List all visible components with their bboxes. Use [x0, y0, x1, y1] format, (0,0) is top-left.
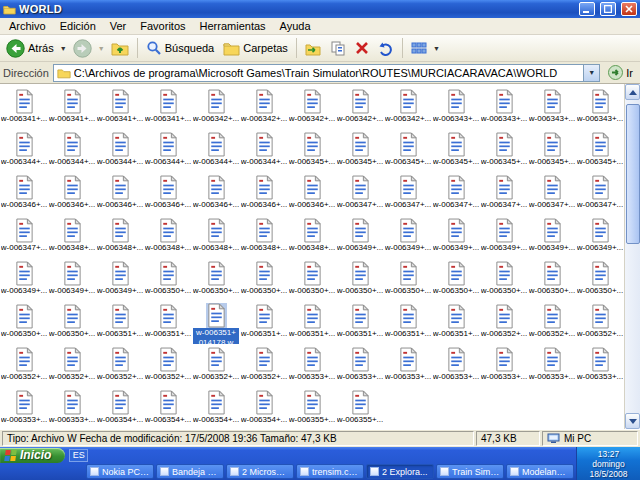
file-item[interactable]: w-006350+...: [528, 258, 576, 301]
file-item[interactable]: w-006347+...: [432, 172, 480, 215]
file-item[interactable]: w-006353+...: [336, 344, 384, 387]
file-item[interactable]: w-006343+...: [528, 86, 576, 129]
file-item[interactable]: w-006349+...: [432, 215, 480, 258]
file-item[interactable]: w-006347+...: [336, 172, 384, 215]
file-item[interactable]: w-006352+...: [0, 344, 48, 387]
file-item[interactable]: w-006345+...: [432, 129, 480, 172]
file-item[interactable]: w-006347+...: [480, 172, 528, 215]
views-button[interactable]: [407, 36, 431, 60]
taskbar-button[interactable]: trensim.com...: [296, 464, 364, 479]
file-item[interactable]: w-006347+...: [384, 172, 432, 215]
file-item[interactable]: w-006344+...: [48, 129, 96, 172]
go-button[interactable]: Ir: [604, 63, 637, 83]
file-item[interactable]: w-006348+...: [240, 215, 288, 258]
file-item[interactable]: w-006347+...: [528, 172, 576, 215]
file-item[interactable]: w-006352+...: [48, 344, 96, 387]
scroll-up-button[interactable]: [625, 84, 640, 100]
menu-item-ver[interactable]: Ver: [103, 19, 134, 33]
file-item[interactable]: w-006344+...: [96, 129, 144, 172]
menu-item-archivo[interactable]: Archivo: [2, 19, 53, 33]
file-item[interactable]: w-006345+...: [576, 129, 624, 172]
file-item[interactable]: w-006353+...: [0, 387, 48, 429]
file-item[interactable]: w-006353+...: [432, 344, 480, 387]
file-item[interactable]: w-006348+...: [144, 215, 192, 258]
language-indicator[interactable]: ES: [69, 449, 88, 462]
file-item[interactable]: w-006342+...: [240, 86, 288, 129]
file-item[interactable]: w-006350+...: [0, 301, 48, 344]
file-item[interactable]: w-006342+...: [192, 86, 240, 129]
file-item[interactable]: w-006346+...: [48, 172, 96, 215]
file-item[interactable]: w-006351+...: [144, 301, 192, 344]
file-item[interactable]: w-006354+...: [96, 387, 144, 429]
vertical-scrollbar[interactable]: [624, 84, 640, 429]
search-button[interactable]: Búsqueda: [142, 36, 219, 60]
file-item[interactable]: w-006353+...: [528, 344, 576, 387]
menu-item-favoritos[interactable]: Favoritos: [133, 19, 192, 33]
file-item[interactable]: w-006352+...: [144, 344, 192, 387]
file-item[interactable]: w-006346+...: [144, 172, 192, 215]
file-item[interactable]: w-006346+...: [0, 172, 48, 215]
address-dropdown-button[interactable]: ▼: [583, 65, 599, 81]
minimize-button[interactable]: [579, 2, 595, 16]
taskbar-button[interactable]: 2 Explora...: [366, 464, 434, 479]
maximize-button[interactable]: [600, 2, 616, 16]
file-item[interactable]: w-006347+...: [576, 172, 624, 215]
file-item[interactable]: w-006348+...: [192, 215, 240, 258]
file-item[interactable]: w-006346+...: [192, 172, 240, 215]
file-item[interactable]: w-006348+...: [288, 215, 336, 258]
file-item[interactable]: w-006350+...: [384, 258, 432, 301]
file-item[interactable]: w-006349+...: [48, 258, 96, 301]
file-item[interactable]: w-006351+...: [384, 301, 432, 344]
file-item[interactable]: w-006353+...: [48, 387, 96, 429]
file-item[interactable]: w-006349+...: [0, 258, 48, 301]
file-item[interactable]: w-006350+...: [288, 258, 336, 301]
up-button[interactable]: [107, 36, 133, 60]
file-item[interactable]: w-006344+...: [144, 129, 192, 172]
file-item[interactable]: w-006352+...: [240, 344, 288, 387]
file-item[interactable]: w-006351+014178.w: [192, 301, 240, 344]
file-item[interactable]: w-006349+...: [384, 215, 432, 258]
file-item[interactable]: w-006342+...: [384, 86, 432, 129]
taskbar-button[interactable]: Train Simula...: [436, 464, 504, 479]
file-item[interactable]: w-006341+...: [48, 86, 96, 129]
file-item[interactable]: w-006350+...: [48, 301, 96, 344]
file-item[interactable]: w-006352+...: [480, 301, 528, 344]
undo-button[interactable]: [374, 36, 398, 60]
file-item[interactable]: w-006350+...: [432, 258, 480, 301]
file-item[interactable]: w-006349+...: [576, 215, 624, 258]
file-item[interactable]: w-006349+...: [96, 258, 144, 301]
menu-item-ayuda[interactable]: Ayuda: [273, 19, 318, 33]
file-item[interactable]: w-006354+...: [192, 387, 240, 429]
taskbar-button[interactable]: Bandeja de ...: [156, 464, 224, 479]
file-item[interactable]: w-006351+...: [96, 301, 144, 344]
file-item[interactable]: w-006350+...: [240, 258, 288, 301]
file-item[interactable]: w-006352+...: [96, 344, 144, 387]
file-item[interactable]: w-006345+...: [288, 129, 336, 172]
file-item[interactable]: w-006344+...: [192, 129, 240, 172]
file-item[interactable]: w-006350+...: [144, 258, 192, 301]
delete-button[interactable]: [351, 36, 373, 60]
file-item[interactable]: w-006350+...: [576, 258, 624, 301]
forward-button[interactable]: [69, 36, 96, 60]
taskbar-button[interactable]: Nokia PC Sy...: [86, 464, 154, 479]
title-bar[interactable]: WORLD: [0, 0, 640, 18]
file-item[interactable]: w-006351+...: [336, 301, 384, 344]
taskbar-button[interactable]: Modelando ...: [506, 464, 574, 479]
file-item[interactable]: w-006344+...: [0, 129, 48, 172]
file-item[interactable]: w-006343+...: [480, 86, 528, 129]
forward-dropdown-icon[interactable]: ▼: [97, 36, 106, 60]
file-item[interactable]: w-006345+...: [336, 129, 384, 172]
file-item[interactable]: w-006352+...: [528, 301, 576, 344]
file-item[interactable]: w-006350+...: [336, 258, 384, 301]
file-item[interactable]: w-006349+...: [336, 215, 384, 258]
menu-item-edición[interactable]: Edición: [53, 19, 103, 33]
file-item[interactable]: w-006353+...: [480, 344, 528, 387]
file-item[interactable]: w-006352+...: [192, 344, 240, 387]
file-item[interactable]: w-006353+...: [576, 344, 624, 387]
file-item[interactable]: w-006351+...: [288, 301, 336, 344]
file-item[interactable]: w-006353+...: [384, 344, 432, 387]
scrollbar-track[interactable]: [625, 100, 640, 413]
file-item[interactable]: w-006349+...: [480, 215, 528, 258]
scrollbar-thumb[interactable]: [626, 104, 640, 244]
file-item[interactable]: w-006343+...: [432, 86, 480, 129]
